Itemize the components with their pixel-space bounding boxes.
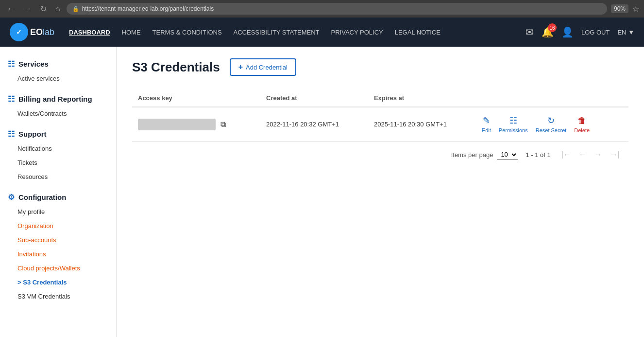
back-button[interactable]: ← [5,3,17,14]
access-key-content: ⧉ [138,119,254,130]
services-icon: ☷ [8,59,15,69]
reset-icon: ↻ [547,115,555,126]
main-layout: ☷ Services Active services ☷ Billing and… [0,47,644,337]
main-nav: DASHBOARD HOME TERMS & CONDITIONS ACCESS… [69,29,525,36]
sidebar-section-services[interactable]: ☷ Services [0,54,116,71]
page-title: S3 Credentials [132,60,220,75]
add-credential-button[interactable]: + Add Credential [230,58,296,76]
logout-button[interactable]: LOG OUT [581,29,610,36]
app-header: ✓ EOlab DASHBOARD HOME TERMS & CONDITION… [0,18,644,47]
add-credential-label: Add Credential [246,64,288,71]
support-icon: ☷ [8,129,15,139]
address-bar[interactable]: 🔒 https://tenant-manager.eo-lab.org/pane… [67,3,607,15]
sidebar-item-resources[interactable]: Resources [0,170,116,184]
sidebar-item-sub-accounts[interactable]: Sub-accounts [0,233,116,247]
access-key-cell: ⧉ [132,107,260,142]
notification-badge: 16 [548,23,557,32]
delete-label: Delete [574,127,590,133]
action-buttons: ✎ Edit ☷ Permissions ↻ Reset Secret [482,115,623,133]
notifications-button[interactable]: 🔔 16 [542,26,554,38]
chat-button[interactable]: ✉ [525,26,534,38]
security-icon: 🔒 [72,6,79,12]
access-key-masked [138,119,216,130]
nav-home[interactable]: HOME [122,29,141,36]
sidebar-item-wallets[interactable]: Wallets/Contracts [0,106,116,121]
billing-icon: ☷ [8,94,15,104]
page-info: 1 - 1 of 1 [525,151,550,159]
edit-button[interactable]: ✎ Edit [482,115,491,133]
permissions-button[interactable]: ☷ Permissions [499,115,528,133]
profile-button[interactable]: 👤 [561,26,574,38]
sidebar-section-support[interactable]: ☷ Support [0,124,116,142]
page-nav-buttons: |← ← → →| [559,149,623,160]
profile-icon: 👤 [561,27,574,37]
pagination-row: Items per page 10 25 50 1 - 1 of 1 |← ← … [132,142,628,160]
sidebar-item-tickets[interactable]: Tickets [0,156,116,170]
delete-icon: 🗑 [577,116,586,126]
edit-label: Edit [482,127,491,133]
expires-at-cell: 2025-11-16 20:30 GMT+1 [368,107,476,142]
last-page-button[interactable]: →| [607,149,623,160]
logo-circle: ✓ [10,23,28,41]
credentials-table: Access key Created at Expires at ⧉ [132,89,628,142]
sidebar-item-organization[interactable]: Organization [0,219,116,233]
sidebar-section-support-label: Support [18,130,47,138]
next-page-button[interactable]: → [592,149,605,160]
logo: ✓ EOlab [10,23,54,41]
permissions-label: Permissions [499,127,528,133]
sidebar-item-cloud-projects[interactable]: Cloud projects/Wallets [0,261,116,275]
prev-page-button[interactable]: ← [576,149,590,160]
browser-bar: ← → ↻ ⌂ 🔒 https://tenant-manager.eo-lab.… [0,0,644,18]
sidebar-section-config-label: Configuration [18,193,66,201]
first-page-button[interactable]: |← [559,149,574,160]
reset-secret-button[interactable]: ↻ Reset Secret [536,115,567,133]
star-icon[interactable]: ☆ [632,4,639,14]
copy-access-key-button[interactable]: ⧉ [220,119,227,130]
home-button[interactable]: ⌂ [53,3,63,14]
items-per-page-select[interactable]: 10 25 50 [497,149,518,160]
header-right: ✉ 🔔 16 👤 LOG OUT EN ▼ [525,26,634,38]
items-per-page: Items per page 10 25 50 [451,149,518,160]
col-created-at: Created at [260,89,368,107]
col-access-key: Access key [132,89,260,107]
reload-button[interactable]: ↻ [38,3,49,15]
nav-legal[interactable]: LEGAL NOTICE [395,29,441,36]
nav-accessibility[interactable]: ACCESSIBILITY STATEMENT [234,29,320,36]
copy-icon: ⧉ [220,120,226,128]
chat-icon: ✉ [525,27,534,37]
reset-secret-label: Reset Secret [536,127,567,133]
lang-label: EN [617,29,626,36]
language-button[interactable]: EN ▼ [617,29,634,36]
main-content: S3 Credentials + Add Credential Access k… [117,47,644,337]
sidebar-section-billing[interactable]: ☷ Billing and Reporting [0,89,116,106]
delete-button[interactable]: 🗑 Delete [574,116,590,133]
sidebar-item-invitations[interactable]: Invitations [0,247,116,261]
sidebar-item-s3-vm-credentials[interactable]: S3 VM Credentials [0,289,116,303]
configuration-icon: ⚙ [8,193,15,202]
created-at-cell: 2022-11-16 20:32 GMT+1 [260,107,368,142]
forward-button[interactable]: → [21,3,34,14]
logo-text: EOlab [30,27,54,37]
nav-privacy[interactable]: PRIVACY POLICY [331,29,383,36]
zoom-badge: 90% [611,4,628,13]
actions-cell: ✎ Edit ☷ Permissions ↻ Reset Secret [476,107,628,142]
sidebar-item-s3-credentials[interactable]: S3 Credentials [0,275,116,289]
sidebar-item-active-services[interactable]: Active services [0,71,116,86]
sidebar-section-configuration[interactable]: ⚙ Configuration [0,188,116,205]
table-row: ⧉ 2022-11-16 20:32 GMT+1 2025-11-16 20:3… [132,107,628,142]
nav-terms[interactable]: TERMS & CONDITIONS [153,29,222,36]
table-header: Access key Created at Expires at [132,89,628,107]
col-actions [476,89,628,107]
permissions-icon: ☷ [509,115,517,126]
nav-dashboard[interactable]: DASHBOARD [69,29,110,36]
plus-icon: + [238,63,243,71]
sidebar-item-my-profile[interactable]: My profile [0,205,116,219]
items-per-page-label: Items per page [451,151,493,159]
browser-icons: ☆ [632,4,639,14]
sidebar: ☷ Services Active services ☷ Billing and… [0,47,117,337]
col-expires-at: Expires at [368,89,476,107]
sidebar-item-notifications[interactable]: Notifications [0,142,116,156]
sidebar-section-services-label: Services [18,60,49,68]
url-text: https://tenant-manager.eo-lab.org/panel/… [82,5,214,12]
sidebar-section-billing-label: Billing and Reporting [18,95,92,103]
